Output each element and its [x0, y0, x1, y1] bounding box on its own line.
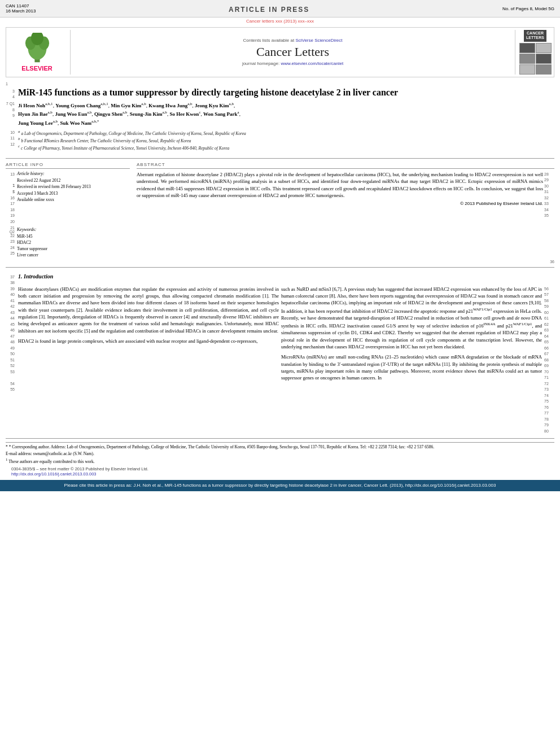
journal-title: Cancer Letters [75, 45, 510, 59]
author-5: Jeong Kyu Kim [195, 103, 229, 108]
footnote-equal-contrib: 1 These authors are equally contributed … [6, 457, 554, 465]
footnote-divider [6, 438, 554, 439]
abstract-header: ABSTRACT [137, 162, 554, 169]
line-num-12: 12 [6, 141, 16, 147]
affiliation-c: c c College of Pharmacy, Yonsei Institut… [18, 144, 554, 151]
journal-center: Contents lists available at SciVerse Sci… [75, 30, 510, 75]
page-info: No. of Pages 8, Model 5G [502, 6, 554, 11]
affiliation-b: b b Functional RNomics Research Center, … [18, 137, 554, 144]
abstract-copyright: © 2013 Published by Elsevier Ireland Ltd… [137, 201, 543, 206]
author-12: Jung Young Lee [18, 120, 53, 126]
line-num-1: 1 [6, 82, 8, 86]
keywords-label: Keywords: [17, 227, 130, 232]
cl-image-stack [519, 43, 552, 75]
intro-para-1: Histone deacetylases (HDACs) are modific… [18, 286, 279, 334]
cancer-letters-logo: CANCERLETTERS [515, 30, 552, 75]
footnote-section: * * Corresponding author. Address: Lab o… [6, 442, 554, 465]
top-bar: CAN 11407 16 March 2013 ARTICLE IN PRESS… [0, 0, 560, 18]
affiliations: a a Lab of Oncogenomics, Department of P… [18, 129, 554, 151]
article-info-header: ARTICLE INFO [6, 162, 130, 169]
intro-para-2: HDAC2 is found in large protein complexe… [18, 338, 279, 344]
line-num-9: 9 [6, 113, 16, 119]
line-num-3: 3 [6, 88, 16, 94]
doi-link[interactable]: http://dx.doi.org/10.1016/j.canlet.2013.… [11, 471, 97, 477]
intro-right-para-2: MicroRNAs (miRNAs) are small non-coding … [281, 353, 542, 381]
accepted-date: Accepted 3 March 2013 [17, 190, 130, 196]
intro-left-col: Histone deacetylases (HDACs) are modific… [18, 286, 279, 434]
divider-2 [6, 267, 554, 268]
footnote-corresponding: * * Corresponding author. Address: Lab o… [6, 444, 554, 451]
line-num-11: 11 [6, 136, 16, 142]
received-date: Received 22 August 2012 [17, 177, 130, 184]
cl-badge: CANCERLETTERS [524, 30, 546, 42]
author-3: Min Gyu Kim [111, 103, 141, 108]
journal-homepage-link[interactable]: www.elsevier.com/locate/canlet [281, 61, 343, 66]
cl-img-3 [519, 54, 535, 64]
received-revised-date: Received in revised form 28 February 201… [17, 184, 130, 190]
sciverse-link[interactable]: SciVerse ScienceDirect [295, 38, 342, 43]
article-id: CAN 11407 16 March 2013 [6, 3, 36, 14]
keyword-1: MiR-145 [17, 233, 130, 239]
journal-header: ELSEVIER Contents lists available at Sci… [6, 27, 554, 77]
cl-img-2 [536, 43, 552, 53]
abstract-col: ABSTRACT Aberrant regulation of histone … [137, 162, 554, 259]
affiliation-a: a a Lab of Oncogenomics, Department of P… [18, 129, 554, 137]
available-online: Available online xxxx [17, 196, 130, 203]
authors-section: Ji Heon Noha,b,1, Young Gyoon Changa,b,1… [18, 101, 554, 128]
author-7: Jung Woo Eun [55, 111, 87, 117]
cl-img-4 [536, 54, 552, 64]
line-num-4: 4 [6, 94, 16, 100]
line-num-7: 7 Q1 [6, 101, 16, 107]
author-1: Ji Heon Noh [18, 103, 45, 108]
article-info-abstract: ARTICLE INFO 13 1̄ 5̄ 16 17 18 19 20 [6, 162, 554, 259]
line-num-8: 8 [6, 107, 16, 113]
history-label: Article history: [17, 171, 130, 176]
cl-img-5 [519, 64, 535, 75]
author-6: Hyun Jin Bae [18, 111, 48, 117]
author-11: Won Sang Park [203, 111, 238, 117]
footnote-email: E-mail address: swnam@catholic.ac.kr (S.… [6, 451, 554, 457]
divider-1 [6, 158, 554, 159]
citation-bar: Please cite this article in press as: J.… [0, 480, 560, 491]
article-in-press-banner: ARTICLE IN PRESS [47, 2, 491, 15]
can-number: CAN 11407 [6, 3, 29, 8]
elsevier-tree-icon [18, 33, 57, 64]
keyword-4: Liver cancer [17, 252, 130, 258]
author-8: Qingyu Shen [94, 111, 123, 117]
cl-img-1 [519, 43, 535, 53]
intro-right-para-1: such as NuRD and mSin3 [6,7]. A previous… [281, 286, 542, 350]
article-date: 16 March 2013 [6, 8, 36, 14]
journal-info-bar: Cancer letters xxx (2013) xxx–xxx [0, 18, 560, 25]
cl-img-6 [536, 64, 552, 75]
author-4: Kwang Hwa Jung [148, 103, 187, 108]
keyword-3: Tumor suppressor [17, 246, 130, 252]
intro-header: 1. Introduction [18, 273, 554, 279]
line-num-10: 10 [6, 129, 16, 136]
abstract-text: Aberrant regulation of histone deacetyla… [137, 171, 543, 199]
author-9: Seung-Jin Kim [130, 111, 163, 117]
keyword-2: HDAC2 [17, 239, 130, 246]
page-container: CAN 11407 16 March 2013 ARTICLE IN PRESS… [0, 0, 560, 491]
contents-line: Contents lists available at SciVerse Sci… [75, 38, 510, 43]
author-10: So Hee Kwon [169, 111, 199, 117]
main-content: 1 3 4 MiR-145 functions as a tumor suppr… [0, 80, 560, 478]
author-2: Young Gyoon Chang [55, 103, 100, 108]
article-info-col: ARTICLE INFO 13 1̄ 5̄ 16 17 18 19 20 [6, 162, 130, 259]
line-num-36: 36 [550, 260, 554, 264]
elsevier-brand-text: ELSEVIER [21, 65, 52, 72]
elsevier-logo: ELSEVIER [8, 30, 71, 75]
copyright-footer: 0304-3835/$ – see front matter © 2013 Pu… [6, 465, 554, 478]
author-13: Suk Woo Nam [60, 120, 91, 126]
journal-homepage: journal homepage: www.elsevier.com/locat… [75, 61, 510, 66]
intro-right-col: such as NuRD and mSin3 [6,7]. A previous… [281, 286, 542, 434]
article-title: MiR-145 functions as a tumor suppressor … [18, 87, 554, 99]
